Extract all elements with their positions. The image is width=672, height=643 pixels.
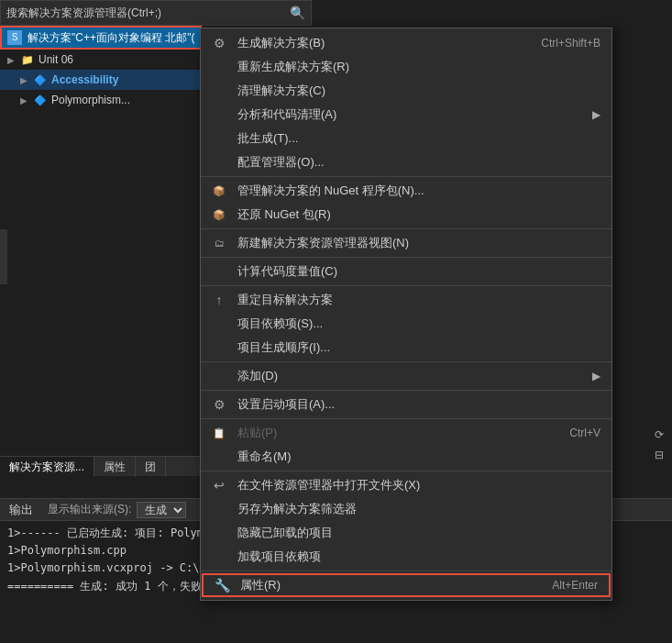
menu-item-clean[interactable]: 清理解决方案(C) xyxy=(201,79,611,103)
menu-item-calculate[interactable]: 计算代码度量值(C) xyxy=(201,260,611,283)
startup-icon: ⚙ xyxy=(210,397,228,412)
tab-close[interactable]: 团 xyxy=(136,457,166,477)
menu-item-shortcut: Ctrl+V xyxy=(569,427,600,439)
left-scrollbar[interactable] xyxy=(0,229,7,284)
menu-item-label: 另存为解决方案筛选器 xyxy=(237,501,357,517)
tree-item-accessibility[interactable]: ▶ 🔷 Accessibility xyxy=(0,70,202,90)
separator xyxy=(201,257,611,258)
solution-tree: ▶ 📁 Unit 06 ▶ 🔷 Accessibility ▶ 🔷 Polymo… xyxy=(0,50,202,110)
tree-item-polymorphism[interactable]: ▶ 🔷 Polymorphism... xyxy=(0,90,202,110)
menu-item-shortcut: Alt+Enter xyxy=(552,579,598,592)
submenu-arrow: ▶ xyxy=(592,108,600,121)
separator xyxy=(201,571,611,571)
menu-item-paste[interactable]: 📋 粘贴(P) Ctrl+V xyxy=(201,421,611,445)
properties-icon: 🔧 xyxy=(213,578,231,593)
context-menu: ⚙ 生成解决方案(B) Ctrl+Shift+B 重新生成解决方案(R) 清理解… xyxy=(200,28,612,601)
menu-item-nuget[interactable]: 📦 管理解决方案的 NuGet 程序包(N)... xyxy=(201,179,611,203)
menu-item-load-deps[interactable]: 加载项目依赖项 xyxy=(201,545,611,569)
menu-item-new-view[interactable]: 🗂 新建解决方案资源管理器视图(N) xyxy=(201,231,611,255)
menu-item-label: 粘贴(P) xyxy=(237,425,277,441)
menu-item-build[interactable]: ⚙ 生成解决方案(B) Ctrl+Shift+B xyxy=(201,31,611,55)
menu-item-label: 重新生成解决方案(R) xyxy=(237,59,349,75)
build-icon: ⚙ xyxy=(210,36,228,50)
search-bar-text: 搜索解决方案资源管理器(Ctrl+;) xyxy=(6,6,286,21)
menu-item-shortcut: Ctrl+Shift+B xyxy=(541,37,600,50)
project-icon: 🔷 xyxy=(33,72,48,87)
menu-item-open-folder[interactable]: ↩ 在文件资源管理器中打开文件夹(X) xyxy=(201,473,611,497)
menu-item-save-as-filter[interactable]: 另存为解决方案筛选器 xyxy=(201,497,611,521)
right-icons: ⟳ ⊟ xyxy=(650,426,668,464)
menu-item-label: 计算代码度量值(C) xyxy=(237,263,337,280)
menu-item-label: 加载项目依赖项 xyxy=(237,549,321,565)
tab-properties[interactable]: 属性 xyxy=(94,457,136,477)
new-view-icon: 🗂 xyxy=(210,238,228,249)
tree-item-label: Polymorphism... xyxy=(51,94,130,106)
separator xyxy=(201,176,611,177)
output-title: 输出 xyxy=(9,502,33,518)
separator xyxy=(201,471,611,471)
restore-nuget-icon: 📦 xyxy=(210,209,228,221)
tree-arrow: ▶ xyxy=(20,75,31,85)
selected-item-label: 解决方案"C++面向对象编程 北邮"(共 xyxy=(28,30,194,46)
menu-item-label: 管理解决方案的 NuGet 程序包(N)... xyxy=(237,183,424,199)
right-icon-2[interactable]: ⊟ xyxy=(650,446,668,464)
menu-item-label: 分析和代码清理(A) xyxy=(237,106,336,123)
right-icon-1[interactable]: ⟳ xyxy=(650,426,668,444)
menu-item-label: 还原 NuGet 包(R) xyxy=(237,206,331,223)
menu-item-label: 项目生成顺序(I)... xyxy=(237,339,330,356)
menu-item-label: 配置管理器(O)... xyxy=(237,154,325,171)
menu-item-label: 设置启动项目(A)... xyxy=(237,396,335,413)
selected-solution-item[interactable]: S 解决方案"C++面向对象编程 北邮"(共 xyxy=(0,26,202,50)
output-source-select[interactable]: 生成 xyxy=(137,502,186,518)
menu-item-label: 隐藏已卸载的项目 xyxy=(237,525,333,541)
menu-item-label: 重命名(M) xyxy=(237,449,292,465)
menu-item-label: 在文件资源管理器中打开文件夹(X) xyxy=(237,477,420,493)
open-folder-icon: ↩ xyxy=(210,478,228,493)
separator xyxy=(201,228,611,229)
solution-icon: S xyxy=(7,30,22,45)
tab-solution-explorer[interactable]: 解决方案资源... xyxy=(0,457,94,477)
menu-item-restore-nuget[interactable]: 📦 还原 NuGet 包(R) xyxy=(201,203,611,227)
tree-item-label: Accessibility xyxy=(51,73,118,86)
menu-item-retarget[interactable]: ↑ 重定目标解决方案 xyxy=(201,288,611,312)
menu-item-label: 重定目标解决方案 xyxy=(237,292,333,308)
paste-icon: 📋 xyxy=(210,427,228,439)
menu-item-label: 项目依赖项(S)... xyxy=(237,316,323,332)
menu-item-hide-unloaded[interactable]: 隐藏已卸载的项目 xyxy=(201,521,611,545)
menu-item-rename[interactable]: 重命名(M) xyxy=(201,445,611,469)
bottom-tabs: 解决方案资源... 属性 团 xyxy=(0,456,202,476)
menu-item-label: 属性(R) xyxy=(240,577,281,593)
separator xyxy=(201,390,611,391)
menu-item-properties[interactable]: 🔧 属性(R) Alt+Enter xyxy=(202,573,611,597)
tree-arrow: ▶ xyxy=(7,55,18,65)
separator xyxy=(201,285,611,286)
nuget-icon: 📦 xyxy=(210,185,228,197)
menu-item-rebuild[interactable]: 重新生成解决方案(R) xyxy=(201,55,611,79)
tree-item-label: Unit 06 xyxy=(39,53,73,66)
tree-arrow: ▶ xyxy=(20,95,31,105)
search-icon: 🔍 xyxy=(290,6,305,20)
retarget-icon: ↑ xyxy=(210,293,228,307)
menu-item-label: 清理解决方案(C) xyxy=(237,83,325,99)
menu-item-analyze[interactable]: 分析和代码清理(A) ▶ xyxy=(201,103,611,127)
search-bar[interactable]: 搜索解决方案资源管理器(Ctrl+;) 🔍 xyxy=(0,0,312,26)
menu-item-label: 批生成(T)... xyxy=(237,130,298,147)
menu-item-project-deps[interactable]: 项目依赖项(S)... xyxy=(201,312,611,336)
separator xyxy=(201,418,611,419)
menu-item-add[interactable]: 添加(D) ▶ xyxy=(201,364,611,388)
menu-item-build-order[interactable]: 项目生成顺序(I)... xyxy=(201,336,611,360)
menu-item-label: 添加(D) xyxy=(237,368,278,384)
output-source-label: 显示输出来源(S): xyxy=(48,502,131,517)
menu-item-label: 生成解决方案(B) xyxy=(237,35,325,51)
menu-item-batch[interactable]: 批生成(T)... xyxy=(201,127,611,150)
menu-item-startup[interactable]: ⚙ 设置启动项目(A)... xyxy=(201,393,611,416)
separator xyxy=(201,361,611,362)
menu-item-config[interactable]: 配置管理器(O)... xyxy=(201,150,611,174)
menu-item-label: 新建解决方案资源管理器视图(N) xyxy=(237,235,409,251)
project-icon: 🔷 xyxy=(33,93,48,107)
submenu-arrow: ▶ xyxy=(592,370,600,382)
tree-item-unit06[interactable]: ▶ 📁 Unit 06 xyxy=(0,50,202,70)
folder-icon: 📁 xyxy=(20,52,35,67)
